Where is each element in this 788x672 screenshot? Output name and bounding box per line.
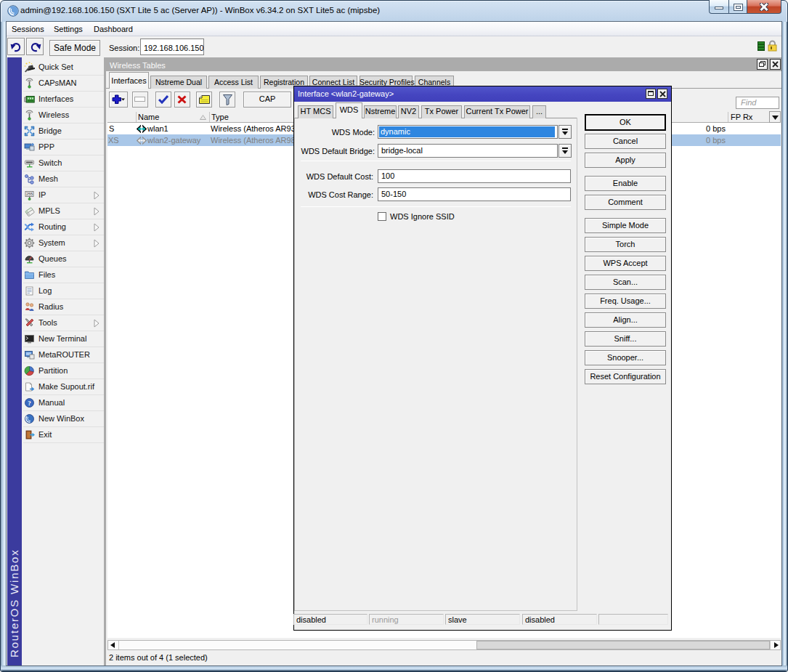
svg-text:?: ?: [28, 400, 31, 407]
svg-text:255: 255: [26, 192, 33, 196]
